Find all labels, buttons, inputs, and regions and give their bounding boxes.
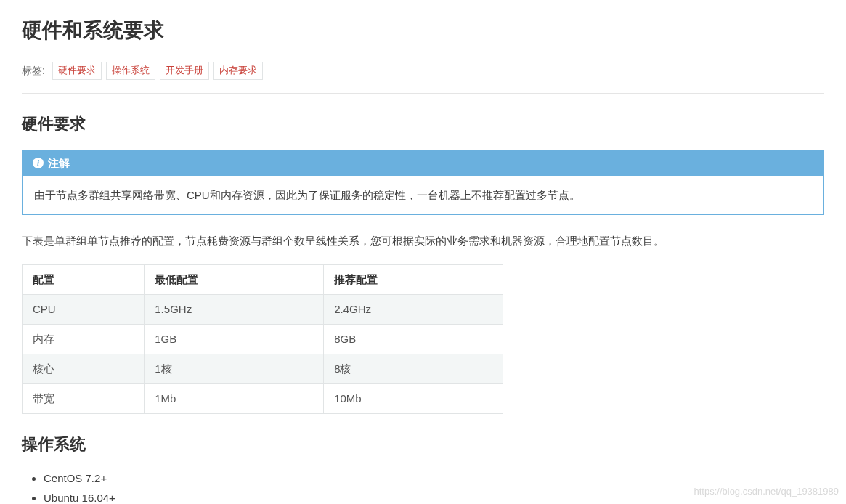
cell: 1.5GHz	[145, 294, 324, 324]
tag-os[interactable]: 操作系统	[106, 62, 155, 80]
table-header-row: 配置 最低配置 推荐配置	[23, 264, 503, 294]
cell: 8核	[324, 354, 503, 383]
cell: 10Mb	[324, 383, 503, 413]
os-list: CentOS 7.2+ Ubuntu 16.04+ macOS 10.14+	[22, 470, 824, 504]
cell: 1Mb	[145, 383, 324, 413]
table-row: 内存 1GB 8GB	[23, 324, 503, 354]
cell: 2.4GHz	[324, 294, 503, 324]
table-row: 带宽 1Mb 10Mb	[23, 383, 503, 413]
divider	[22, 93, 824, 94]
table-row: 核心 1核 8核	[23, 354, 503, 383]
list-item: CentOS 7.2+	[44, 470, 824, 487]
note-title-text: 注解	[48, 155, 70, 172]
table-row: CPU 1.5GHz 2.4GHz	[23, 294, 503, 324]
tag-dev-manual[interactable]: 开发手册	[160, 62, 209, 80]
cell: 带宽	[23, 383, 145, 413]
note-title-bar: i 注解	[23, 150, 823, 176]
cell: 核心	[23, 354, 145, 383]
note-admonition: i 注解 由于节点多群组共享网络带宽、CPU和内存资源，因此为了保证服务的稳定性…	[22, 150, 824, 215]
tag-memory-req[interactable]: 内存要求	[213, 62, 263, 80]
tags-label: 标签:	[22, 62, 45, 78]
section-os-title: 操作系统	[22, 431, 824, 457]
th-rec: 推荐配置	[324, 264, 503, 294]
tag-hardware-req[interactable]: 硬件要求	[52, 62, 102, 80]
cell: 1GB	[145, 324, 324, 354]
note-body: 由于节点多群组共享网络带宽、CPU和内存资源，因此为了保证服务的稳定性，一台机器…	[23, 176, 823, 214]
section-hardware-title: 硬件要求	[22, 111, 824, 137]
cell: 8GB	[324, 324, 503, 354]
tags-row: 标签: 硬件要求 操作系统 开发手册 内存要求	[22, 62, 824, 80]
list-item: Ubuntu 16.04+	[44, 489, 824, 504]
hardware-intro: 下表是单群组单节点推荐的配置，节点耗费资源与群组个数呈线性关系，您可根据实际的业…	[22, 232, 824, 250]
info-icon: i	[33, 158, 44, 168]
cell: CPU	[23, 294, 145, 324]
config-table: 配置 最低配置 推荐配置 CPU 1.5GHz 2.4GHz 内存 1GB 8G…	[22, 264, 503, 414]
page-title: 硬件和系统要求	[22, 15, 824, 47]
cell: 1核	[145, 354, 324, 383]
th-config: 配置	[23, 264, 145, 294]
cell: 内存	[23, 324, 145, 354]
th-min: 最低配置	[145, 264, 324, 294]
